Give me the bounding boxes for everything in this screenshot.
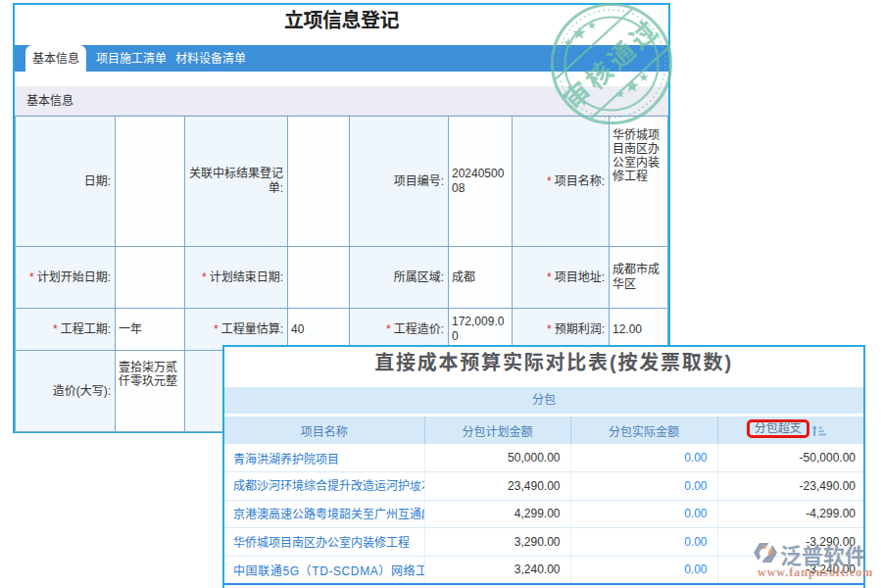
svg-text:www.fanpusoft.com: www.fanpusoft.com [758, 565, 873, 579]
